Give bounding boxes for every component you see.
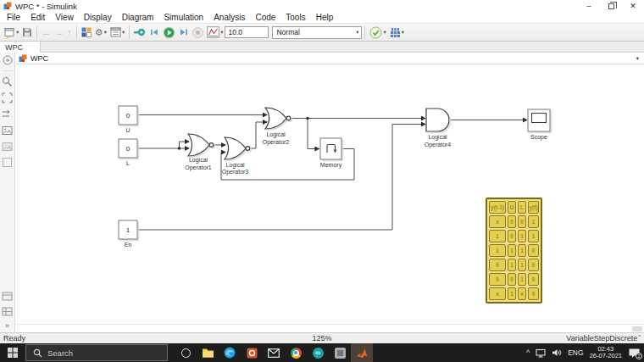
stop-icon bbox=[192, 27, 203, 38]
menu-tools[interactable]: Tools bbox=[280, 13, 310, 22]
menu-code[interactable]: Code bbox=[250, 13, 280, 22]
palette-separator bbox=[3, 70, 13, 71]
simulation-mode-select[interactable]: Normal ▾ bbox=[272, 26, 362, 39]
menu-analysis[interactable]: Analysis bbox=[208, 13, 250, 22]
library-browser-button[interactable] bbox=[80, 25, 93, 41]
powerpoint-button[interactable] bbox=[241, 343, 263, 362]
zoom-tool-button[interactable] bbox=[2, 76, 13, 87]
windows-taskbar: Search ∞ ^ ENG 02:43 26-07-2021 bbox=[0, 343, 644, 362]
menu-bar: File Edit View Display Diagram Simulatio… bbox=[0, 12, 644, 23]
update-diagram-button[interactable]: ▾ bbox=[368, 25, 387, 41]
stop-button[interactable] bbox=[191, 25, 205, 41]
build-dropdown[interactable]: ▾ bbox=[402, 29, 404, 36]
simulation-data-inspector-button[interactable]: ▾ bbox=[205, 25, 225, 41]
simulation-mode-dropdown: ▾ bbox=[356, 29, 361, 36]
cortana-icon bbox=[181, 348, 191, 358]
step-back-button[interactable] bbox=[147, 25, 161, 41]
window-controls: – ✕ bbox=[578, 0, 644, 12]
simulation-mode-value: Normal bbox=[276, 28, 299, 36]
taskbar-search-box[interactable]: Search bbox=[25, 344, 168, 361]
file-explorer-button[interactable] bbox=[197, 343, 219, 362]
step-forward-button[interactable] bbox=[177, 25, 191, 41]
build-button[interactable]: ▾ bbox=[388, 25, 406, 41]
annotation-image-button[interactable] bbox=[2, 125, 13, 136]
close-button[interactable]: ✕ bbox=[622, 0, 644, 12]
menu-edit[interactable]: Edit bbox=[25, 13, 50, 22]
menu-simulation[interactable]: Simulation bbox=[158, 13, 208, 22]
circle-arrow-icon bbox=[3, 55, 13, 65]
model-settings-dropdown[interactable]: ▾ bbox=[104, 29, 107, 36]
connect-target-button[interactable] bbox=[132, 25, 147, 41]
edge-button[interactable] bbox=[219, 343, 241, 362]
nor-gate-operator3[interactable] bbox=[225, 137, 246, 159]
network-icon[interactable] bbox=[536, 348, 546, 358]
menu-view[interactable]: View bbox=[50, 13, 79, 22]
wire-l-to-operator1-in1[interactable] bbox=[180, 142, 190, 148]
model-data-button[interactable] bbox=[2, 291, 13, 302]
up-button[interactable]: ↑ bbox=[65, 25, 74, 41]
status-bar: Ready 125% VariableStepDiscrete ^ bbox=[0, 332, 644, 343]
nor-gate-operator2[interactable] bbox=[265, 108, 286, 129]
data-inspector-dropdown[interactable]: ▾ bbox=[220, 29, 223, 36]
wire-branch-to-memory[interactable] bbox=[308, 119, 319, 149]
menu-display[interactable]: Display bbox=[79, 13, 117, 22]
tray-expand-button[interactable]: ^ bbox=[526, 348, 530, 357]
search-placeholder: Search bbox=[47, 348, 73, 358]
operator3-label-line1: Logical bbox=[225, 162, 245, 169]
status-solver[interactable]: VariableStepDiscrete ^ bbox=[566, 334, 641, 343]
toolbar-separator bbox=[364, 25, 365, 39]
scrollbar-corner[interactable] bbox=[632, 326, 642, 331]
minimize-button[interactable]: – bbox=[578, 0, 600, 12]
grey-app-button[interactable] bbox=[329, 343, 351, 362]
teal-app-button[interactable]: ∞ bbox=[307, 343, 329, 362]
breadcrumb: WPC ▾ bbox=[15, 53, 644, 64]
chrome-button[interactable] bbox=[285, 343, 307, 362]
panel-list-icon bbox=[2, 307, 13, 316]
forward-button[interactable]: → bbox=[53, 25, 65, 41]
palette-more-button[interactable]: » bbox=[5, 321, 9, 330]
cortana-button[interactable] bbox=[175, 343, 197, 362]
hide-browser-button[interactable] bbox=[2, 54, 13, 65]
start-button[interactable] bbox=[0, 343, 25, 362]
new-model-button[interactable]: ▾ bbox=[3, 25, 20, 41]
fit-to-view-button[interactable] bbox=[2, 92, 13, 103]
chrome-icon bbox=[291, 348, 302, 359]
notification-center-button[interactable]: 2 bbox=[628, 348, 641, 359]
breadcrumb-root[interactable]: WPC bbox=[31, 54, 48, 63]
breadcrumb-dropdown[interactable]: ▾ bbox=[636, 55, 639, 62]
restore-button[interactable] bbox=[600, 0, 622, 12]
truth-table-cell: 0 bbox=[528, 287, 539, 300]
annotation-image-disabled-button[interactable] bbox=[2, 141, 13, 152]
update-diagram-dropdown[interactable]: ▾ bbox=[383, 29, 386, 36]
back-button[interactable]: ← bbox=[40, 25, 53, 41]
solver-caret-icon: ^ bbox=[638, 334, 641, 339]
mail-button[interactable] bbox=[263, 343, 285, 362]
menu-file[interactable]: File bbox=[2, 13, 25, 22]
menu-help[interactable]: Help bbox=[311, 13, 339, 22]
clock[interactable]: 02:43 26-07-2021 bbox=[590, 346, 622, 359]
truth-table-cell: 0 bbox=[518, 215, 526, 228]
volume-icon[interactable] bbox=[552, 348, 562, 357]
image-icon bbox=[2, 125, 13, 136]
model-browser-dropdown[interactable]: ▾ bbox=[122, 29, 125, 36]
property-inspector-button[interactable] bbox=[2, 306, 13, 317]
matlab-button[interactable] bbox=[351, 343, 373, 362]
window-title: WPC * - Simulink bbox=[15, 2, 77, 11]
and-gate-operator4[interactable] bbox=[426, 109, 449, 131]
nor-gate-operator1[interactable] bbox=[188, 134, 209, 156]
truth-table-cell: 1 bbox=[489, 230, 506, 242]
truth-table-annotation[interactable]: y(t-1) U L y(t) x 0 0 1 1 0 1 1 1 1 1 0 … bbox=[486, 198, 542, 304]
diagram-canvas[interactable]: 0 0 1 U L En Logical Operator1 Logical O… bbox=[15, 64, 644, 324]
model-settings-button[interactable]: ⚙ ▾ bbox=[93, 25, 108, 41]
save-button[interactable] bbox=[20, 25, 34, 41]
stop-time-input[interactable] bbox=[225, 26, 269, 38]
annotation-box-button[interactable] bbox=[2, 157, 13, 168]
new-model-icon bbox=[4, 27, 15, 38]
new-model-dropdown[interactable]: ▾ bbox=[16, 29, 19, 36]
run-button[interactable] bbox=[161, 25, 177, 41]
language-indicator[interactable]: ENG bbox=[568, 348, 583, 357]
menu-diagram[interactable]: Diagram bbox=[117, 13, 159, 22]
direction-button[interactable] bbox=[2, 109, 13, 120]
tab-wpc[interactable]: WPC bbox=[0, 42, 41, 53]
model-browser-button[interactable]: ▾ bbox=[108, 25, 126, 41]
